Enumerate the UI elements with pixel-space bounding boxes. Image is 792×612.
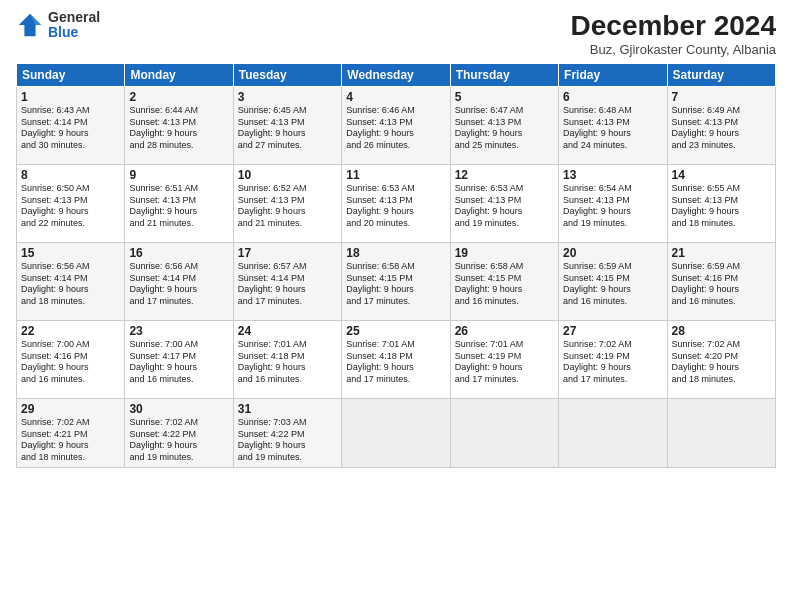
day-info: Sunrise: 6:44 AM — [129, 105, 228, 117]
day-number: 29 — [21, 402, 120, 416]
page-container: General Blue December 2024 Buz, Gjirokas… — [0, 0, 792, 476]
day-info: Sunset: 4:13 PM — [346, 195, 445, 207]
day-number: 23 — [129, 324, 228, 338]
day-info: Sunrise: 7:02 AM — [672, 339, 771, 351]
logo-general: General — [48, 10, 100, 25]
day-number: 24 — [238, 324, 337, 338]
calendar-cell: 26Sunrise: 7:01 AMSunset: 4:19 PMDayligh… — [450, 321, 558, 399]
day-info: Sunrise: 6:50 AM — [21, 183, 120, 195]
day-info: Sunrise: 7:00 AM — [21, 339, 120, 351]
calendar-cell: 21Sunrise: 6:59 AMSunset: 4:16 PMDayligh… — [667, 243, 775, 321]
day-info: Sunrise: 6:59 AM — [563, 261, 662, 273]
day-info: Sunset: 4:15 PM — [346, 273, 445, 285]
day-info: Sunset: 4:19 PM — [563, 351, 662, 363]
calendar-cell: 27Sunrise: 7:02 AMSunset: 4:19 PMDayligh… — [559, 321, 667, 399]
day-info: and 16 minutes. — [563, 296, 662, 308]
col-tuesday: Tuesday — [233, 64, 341, 87]
day-info: and 18 minutes. — [672, 374, 771, 386]
day-info: Sunrise: 6:59 AM — [672, 261, 771, 273]
day-number: 5 — [455, 90, 554, 104]
day-info: Sunrise: 6:49 AM — [672, 105, 771, 117]
day-info: Sunrise: 6:53 AM — [455, 183, 554, 195]
day-info: and 30 minutes. — [21, 140, 120, 152]
day-info: Sunrise: 6:51 AM — [129, 183, 228, 195]
calendar-cell: 17Sunrise: 6:57 AMSunset: 4:14 PMDayligh… — [233, 243, 341, 321]
day-info: Sunset: 4:16 PM — [672, 273, 771, 285]
day-info: Sunset: 4:13 PM — [21, 195, 120, 207]
day-info: and 17 minutes. — [346, 374, 445, 386]
calendar-cell: 3Sunrise: 6:45 AMSunset: 4:13 PMDaylight… — [233, 87, 341, 165]
day-info: and 17 minutes. — [563, 374, 662, 386]
col-monday: Monday — [125, 64, 233, 87]
day-info: and 18 minutes. — [672, 218, 771, 230]
day-info: Sunrise: 6:53 AM — [346, 183, 445, 195]
calendar: Sunday Monday Tuesday Wednesday Thursday… — [16, 63, 776, 468]
calendar-cell: 13Sunrise: 6:54 AMSunset: 4:13 PMDayligh… — [559, 165, 667, 243]
day-info: and 22 minutes. — [21, 218, 120, 230]
day-info: and 21 minutes. — [129, 218, 228, 230]
day-info: and 16 minutes. — [238, 374, 337, 386]
day-number: 16 — [129, 246, 228, 260]
day-info: and 17 minutes. — [455, 374, 554, 386]
day-info: Daylight: 9 hours — [238, 362, 337, 374]
calendar-cell — [450, 399, 558, 468]
day-info: Sunrise: 6:58 AM — [455, 261, 554, 273]
calendar-cell: 16Sunrise: 6:56 AMSunset: 4:14 PMDayligh… — [125, 243, 233, 321]
day-info: and 28 minutes. — [129, 140, 228, 152]
day-info: and 19 minutes. — [563, 218, 662, 230]
day-info: Sunrise: 7:02 AM — [21, 417, 120, 429]
day-info: Sunset: 4:13 PM — [455, 117, 554, 129]
calendar-cell: 15Sunrise: 6:56 AMSunset: 4:14 PMDayligh… — [17, 243, 125, 321]
calendar-cell — [559, 399, 667, 468]
day-info: and 17 minutes. — [346, 296, 445, 308]
day-info: Daylight: 9 hours — [21, 362, 120, 374]
day-info: Sunset: 4:15 PM — [455, 273, 554, 285]
day-info: and 18 minutes. — [21, 452, 120, 464]
day-info: Sunset: 4:15 PM — [563, 273, 662, 285]
day-info: Sunrise: 6:45 AM — [238, 105, 337, 117]
calendar-cell: 20Sunrise: 6:59 AMSunset: 4:15 PMDayligh… — [559, 243, 667, 321]
calendar-cell: 1Sunrise: 6:43 AMSunset: 4:14 PMDaylight… — [17, 87, 125, 165]
day-info: Sunrise: 6:47 AM — [455, 105, 554, 117]
calendar-cell: 24Sunrise: 7:01 AMSunset: 4:18 PMDayligh… — [233, 321, 341, 399]
day-info: Sunrise: 7:00 AM — [129, 339, 228, 351]
day-info: Sunrise: 7:03 AM — [238, 417, 337, 429]
day-info: and 26 minutes. — [346, 140, 445, 152]
day-number: 2 — [129, 90, 228, 104]
calendar-cell: 2Sunrise: 6:44 AMSunset: 4:13 PMDaylight… — [125, 87, 233, 165]
day-info: Sunset: 4:22 PM — [238, 429, 337, 441]
day-info: Daylight: 9 hours — [346, 362, 445, 374]
day-info: Sunset: 4:13 PM — [346, 117, 445, 129]
day-info: and 25 minutes. — [455, 140, 554, 152]
day-info: Daylight: 9 hours — [563, 128, 662, 140]
col-thursday: Thursday — [450, 64, 558, 87]
day-info: Sunset: 4:14 PM — [21, 273, 120, 285]
calendar-cell: 9Sunrise: 6:51 AMSunset: 4:13 PMDaylight… — [125, 165, 233, 243]
day-info: Daylight: 9 hours — [563, 206, 662, 218]
day-number: 25 — [346, 324, 445, 338]
day-info: and 16 minutes. — [455, 296, 554, 308]
calendar-cell: 19Sunrise: 6:58 AMSunset: 4:15 PMDayligh… — [450, 243, 558, 321]
day-number: 13 — [563, 168, 662, 182]
logo-text: General Blue — [48, 10, 100, 41]
calendar-header-row: Sunday Monday Tuesday Wednesday Thursday… — [17, 64, 776, 87]
day-info: Daylight: 9 hours — [21, 440, 120, 452]
day-info: Daylight: 9 hours — [455, 284, 554, 296]
day-number: 4 — [346, 90, 445, 104]
day-info: Sunset: 4:13 PM — [455, 195, 554, 207]
day-info: Daylight: 9 hours — [129, 440, 228, 452]
calendar-row: 22Sunrise: 7:00 AMSunset: 4:16 PMDayligh… — [17, 321, 776, 399]
day-info: Daylight: 9 hours — [346, 284, 445, 296]
day-info: Sunrise: 6:54 AM — [563, 183, 662, 195]
day-number: 26 — [455, 324, 554, 338]
day-number: 30 — [129, 402, 228, 416]
day-number: 8 — [21, 168, 120, 182]
day-info: Daylight: 9 hours — [346, 128, 445, 140]
day-info: Daylight: 9 hours — [21, 206, 120, 218]
day-info: and 17 minutes. — [238, 296, 337, 308]
day-info: Daylight: 9 hours — [129, 128, 228, 140]
day-info: Daylight: 9 hours — [238, 128, 337, 140]
day-info: Sunrise: 6:46 AM — [346, 105, 445, 117]
day-info: and 21 minutes. — [238, 218, 337, 230]
header: General Blue December 2024 Buz, Gjirokas… — [16, 10, 776, 57]
